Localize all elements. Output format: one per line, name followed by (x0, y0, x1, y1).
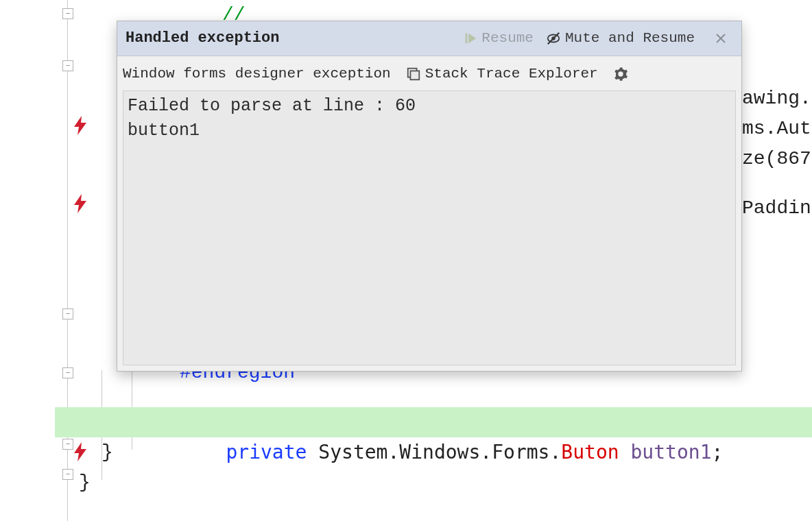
fold-toggle[interactable]: – (62, 367, 73, 378)
mute-resume-button[interactable]: Mute and Resume (546, 23, 695, 53)
fold-toggle[interactable]: – (62, 308, 73, 319)
exception-message[interactable]: Failed to parse at line : 60 button1 (123, 90, 736, 365)
mute-resume-label: Mute and Resume (565, 23, 695, 53)
exception-marker-icon[interactable] (26, 163, 43, 182)
stack-trace-icon (406, 66, 421, 82)
code-token: Paddin (742, 193, 812, 223)
exception-subtitle: Window forms designer exception (123, 59, 391, 89)
svg-rect-0 (466, 34, 468, 44)
exception-marker-icon[interactable] (26, 85, 43, 104)
close-button[interactable] (708, 26, 733, 51)
code-token: ms.Aut (742, 114, 812, 144)
popup-title: Handled exception (126, 23, 279, 53)
resume-label: Resume (481, 23, 534, 53)
mute-eye-icon (546, 31, 561, 46)
play-skip-icon (462, 31, 477, 46)
svg-marker-1 (469, 34, 477, 44)
gear-icon (613, 66, 628, 82)
exception-marker-icon[interactable] (26, 411, 43, 431)
fold-toggle[interactable]: – (62, 8, 73, 19)
settings-button[interactable] (613, 66, 632, 82)
code-token: ze(867 (742, 144, 812, 174)
close-icon (715, 33, 726, 44)
stack-trace-button[interactable]: Stack Trace Explorer (406, 59, 598, 89)
code-token-brace: } (79, 468, 812, 498)
resume-button[interactable]: Resume (462, 23, 534, 53)
svg-rect-8 (410, 71, 419, 80)
code-token-brace: } (102, 437, 812, 468)
popup-titlebar: Handled exception Resume Mute and Resume (117, 21, 741, 56)
stack-trace-label: Stack Trace Explorer (425, 59, 598, 89)
popup-toolbar: Window forms designer exception Stack Tr… (117, 56, 741, 89)
fold-toggle[interactable]: – (62, 60, 73, 71)
exception-popup: Handled exception Resume Mute and Resume… (117, 21, 742, 372)
fold-toggle[interactable]: – (62, 469, 73, 480)
code-token: awing. (742, 84, 812, 114)
code-editor[interactable]: – – – – – – // awing. ms.Aut ze(867 Padd… (0, 0, 812, 521)
